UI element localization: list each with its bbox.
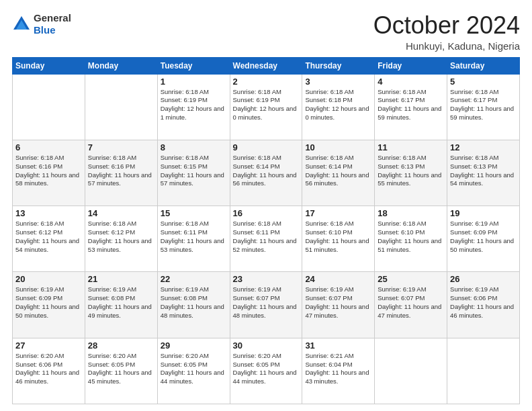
day-number: 13 bbox=[15, 208, 82, 218]
cell-content: Sunrise: 6:20 AM Sunset: 6:05 PM Dayligh… bbox=[233, 352, 300, 386]
calendar-day-header: Thursday bbox=[302, 57, 375, 74]
day-number: 27 bbox=[15, 340, 82, 351]
month-title: October 2024 bbox=[373, 12, 520, 39]
cell-content: Sunrise: 6:18 AM Sunset: 6:14 PM Dayligh… bbox=[233, 154, 300, 188]
calendar-cell: 10Sunrise: 6:18 AM Sunset: 6:14 PM Dayli… bbox=[302, 140, 375, 205]
calendar-week-row: 1Sunrise: 6:18 AM Sunset: 6:19 PM Daylig… bbox=[13, 74, 520, 140]
calendar-week-row: 27Sunrise: 6:20 AM Sunset: 6:06 PM Dayli… bbox=[13, 338, 520, 404]
calendar-cell: 22Sunrise: 6:19 AM Sunset: 6:08 PM Dayli… bbox=[157, 272, 230, 338]
cell-content: Sunrise: 6:19 AM Sunset: 6:08 PM Dayligh… bbox=[161, 285, 227, 320]
day-number: 9 bbox=[233, 142, 300, 152]
cell-content: Sunrise: 6:19 AM Sunset: 6:09 PM Dayligh… bbox=[15, 285, 82, 320]
cell-content: Sunrise: 6:18 AM Sunset: 6:16 PM Dayligh… bbox=[88, 154, 154, 188]
day-number: 8 bbox=[161, 142, 227, 152]
day-number: 26 bbox=[450, 274, 517, 284]
day-number: 28 bbox=[88, 340, 154, 351]
calendar-week-row: 20Sunrise: 6:19 AM Sunset: 6:09 PM Dayli… bbox=[13, 272, 520, 338]
calendar-cell: 30Sunrise: 6:20 AM Sunset: 6:05 PM Dayli… bbox=[230, 338, 302, 404]
cell-content: Sunrise: 6:18 AM Sunset: 6:13 PM Dayligh… bbox=[450, 154, 517, 188]
cell-content: Sunrise: 6:20 AM Sunset: 6:06 PM Dayligh… bbox=[15, 352, 82, 386]
calendar-cell: 17Sunrise: 6:18 AM Sunset: 6:10 PM Dayli… bbox=[302, 206, 375, 272]
calendar-cell: 16Sunrise: 6:18 AM Sunset: 6:11 PM Dayli… bbox=[230, 206, 302, 272]
calendar-week-row: 6Sunrise: 6:18 AM Sunset: 6:16 PM Daylig… bbox=[13, 140, 520, 205]
calendar-cell: 21Sunrise: 6:19 AM Sunset: 6:08 PM Dayli… bbox=[85, 272, 157, 338]
calendar-cell: 19Sunrise: 6:19 AM Sunset: 6:09 PM Dayli… bbox=[447, 206, 520, 272]
cell-content: Sunrise: 6:18 AM Sunset: 6:10 PM Dayligh… bbox=[305, 220, 371, 254]
day-number: 23 bbox=[233, 274, 300, 284]
calendar-cell: 6Sunrise: 6:18 AM Sunset: 6:16 PM Daylig… bbox=[13, 140, 85, 205]
calendar-week-row: 13Sunrise: 6:18 AM Sunset: 6:12 PM Dayli… bbox=[13, 206, 520, 272]
calendar-cell: 27Sunrise: 6:20 AM Sunset: 6:06 PM Dayli… bbox=[13, 338, 85, 404]
calendar-day-header: Monday bbox=[85, 57, 157, 74]
calendar-cell: 15Sunrise: 6:18 AM Sunset: 6:11 PM Dayli… bbox=[157, 206, 230, 272]
cell-content: Sunrise: 6:18 AM Sunset: 6:12 PM Dayligh… bbox=[15, 220, 82, 254]
calendar-day-header: Sunday bbox=[13, 57, 85, 74]
cell-content: Sunrise: 6:18 AM Sunset: 6:14 PM Dayligh… bbox=[305, 154, 371, 188]
calendar-cell: 26Sunrise: 6:19 AM Sunset: 6:06 PM Dayli… bbox=[447, 272, 520, 338]
calendar-cell: 7Sunrise: 6:18 AM Sunset: 6:16 PM Daylig… bbox=[85, 140, 157, 205]
calendar-cell bbox=[375, 338, 447, 404]
logo-blue: Blue bbox=[34, 24, 56, 36]
day-number: 12 bbox=[450, 142, 517, 152]
logo-icon bbox=[12, 15, 31, 34]
cell-content: Sunrise: 6:19 AM Sunset: 6:06 PM Dayligh… bbox=[450, 285, 517, 320]
cell-content: Sunrise: 6:18 AM Sunset: 6:19 PM Dayligh… bbox=[161, 88, 227, 122]
day-number: 15 bbox=[161, 208, 227, 218]
day-number: 3 bbox=[305, 77, 371, 87]
logo-general: General bbox=[34, 12, 71, 24]
day-number: 24 bbox=[305, 274, 371, 284]
calendar-cell: 23Sunrise: 6:19 AM Sunset: 6:07 PM Dayli… bbox=[230, 272, 302, 338]
cell-content: Sunrise: 6:18 AM Sunset: 6:13 PM Dayligh… bbox=[378, 154, 444, 188]
title-block: October 2024 Hunkuyi, Kaduna, Nigeria bbox=[373, 12, 520, 52]
calendar-cell: 25Sunrise: 6:19 AM Sunset: 6:07 PM Dayli… bbox=[375, 272, 447, 338]
logo-text: General Blue bbox=[34, 12, 71, 36]
day-number: 22 bbox=[161, 274, 227, 284]
cell-content: Sunrise: 6:20 AM Sunset: 6:05 PM Dayligh… bbox=[161, 352, 227, 386]
calendar-day-header: Wednesday bbox=[230, 57, 302, 74]
day-number: 20 bbox=[15, 274, 82, 284]
day-number: 17 bbox=[305, 208, 371, 218]
day-number: 31 bbox=[305, 340, 371, 351]
calendar-cell: 9Sunrise: 6:18 AM Sunset: 6:14 PM Daylig… bbox=[230, 140, 302, 205]
calendar-cell: 18Sunrise: 6:18 AM Sunset: 6:10 PM Dayli… bbox=[375, 206, 447, 272]
day-number: 5 bbox=[450, 77, 517, 87]
header: General Blue October 2024 Hunkuyi, Kadun… bbox=[12, 12, 520, 52]
calendar-cell: 28Sunrise: 6:20 AM Sunset: 6:05 PM Dayli… bbox=[85, 338, 157, 404]
calendar-day-header: Friday bbox=[375, 57, 447, 74]
cell-content: Sunrise: 6:18 AM Sunset: 6:12 PM Dayligh… bbox=[88, 220, 154, 254]
day-number: 16 bbox=[233, 208, 300, 218]
cell-content: Sunrise: 6:20 AM Sunset: 6:05 PM Dayligh… bbox=[88, 352, 154, 386]
day-number: 7 bbox=[88, 142, 154, 152]
day-number: 29 bbox=[161, 340, 227, 351]
day-number: 1 bbox=[161, 77, 227, 87]
calendar-cell: 8Sunrise: 6:18 AM Sunset: 6:15 PM Daylig… bbox=[157, 140, 230, 205]
calendar-table: SundayMondayTuesdayWednesdayThursdayFrid… bbox=[12, 57, 520, 404]
calendar-cell: 3Sunrise: 6:18 AM Sunset: 6:18 PM Daylig… bbox=[302, 74, 375, 140]
day-number: 18 bbox=[378, 208, 444, 218]
day-number: 11 bbox=[378, 142, 444, 152]
cell-content: Sunrise: 6:18 AM Sunset: 6:11 PM Dayligh… bbox=[161, 220, 227, 254]
calendar-cell: 24Sunrise: 6:19 AM Sunset: 6:07 PM Dayli… bbox=[302, 272, 375, 338]
calendar-cell: 12Sunrise: 6:18 AM Sunset: 6:13 PM Dayli… bbox=[447, 140, 520, 205]
day-number: 30 bbox=[233, 340, 300, 351]
day-number: 19 bbox=[450, 208, 517, 218]
cell-content: Sunrise: 6:18 AM Sunset: 6:15 PM Dayligh… bbox=[161, 154, 227, 188]
calendar-cell: 2Sunrise: 6:18 AM Sunset: 6:19 PM Daylig… bbox=[230, 74, 302, 140]
cell-content: Sunrise: 6:18 AM Sunset: 6:18 PM Dayligh… bbox=[305, 88, 371, 122]
calendar-header-row: SundayMondayTuesdayWednesdayThursdayFrid… bbox=[13, 57, 520, 74]
calendar-cell: 13Sunrise: 6:18 AM Sunset: 6:12 PM Dayli… bbox=[13, 206, 85, 272]
cell-content: Sunrise: 6:19 AM Sunset: 6:07 PM Dayligh… bbox=[305, 285, 371, 320]
location: Hunkuyi, Kaduna, Nigeria bbox=[373, 40, 520, 52]
cell-content: Sunrise: 6:19 AM Sunset: 6:07 PM Dayligh… bbox=[378, 285, 444, 320]
calendar-day-header: Tuesday bbox=[157, 57, 230, 74]
day-number: 25 bbox=[378, 274, 444, 284]
cell-content: Sunrise: 6:19 AM Sunset: 6:08 PM Dayligh… bbox=[88, 285, 154, 320]
calendar-cell bbox=[447, 338, 520, 404]
calendar-cell: 4Sunrise: 6:18 AM Sunset: 6:17 PM Daylig… bbox=[375, 74, 447, 140]
calendar-cell: 1Sunrise: 6:18 AM Sunset: 6:19 PM Daylig… bbox=[157, 74, 230, 140]
cell-content: Sunrise: 6:18 AM Sunset: 6:17 PM Dayligh… bbox=[450, 88, 517, 122]
calendar-cell: 20Sunrise: 6:19 AM Sunset: 6:09 PM Dayli… bbox=[13, 272, 85, 338]
day-number: 21 bbox=[88, 274, 154, 284]
day-number: 6 bbox=[15, 142, 82, 152]
calendar-cell: 29Sunrise: 6:20 AM Sunset: 6:05 PM Dayli… bbox=[157, 338, 230, 404]
